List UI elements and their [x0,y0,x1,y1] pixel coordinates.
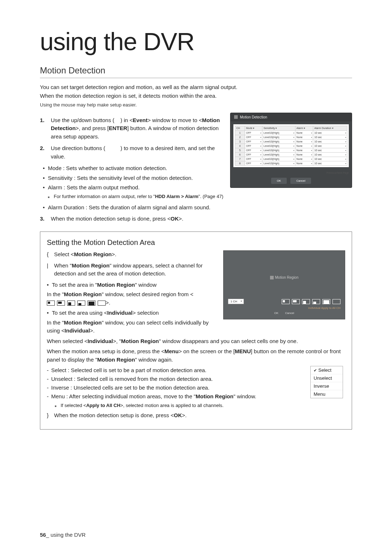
divider [40,78,352,78]
t: >, selected motion area is applied to al… [121,403,224,408]
t: " window [135,282,157,288]
cell-mode[interactable]: OFF [245,144,262,148]
t: >, " [113,338,121,344]
mr-hint[interactable]: Individual Apply to All CH [228,306,340,310]
cell-mode[interactable]: OFF [245,148,262,152]
t: " window. [233,393,256,399]
box-plain-individual-2: When selected <Individual>, "Motion Regi… [47,337,345,346]
t: If selected < [61,403,86,408]
cell-duration[interactable]: 10 sec [313,135,347,139]
page-number: 56 [40,532,46,538]
apply-all-kw: Apply to All CH [86,403,120,408]
cell-sensitivity[interactable]: Level10(High) [262,157,295,161]
cell-sensitivity[interactable]: Level10(High) [262,144,295,148]
t: > window to move to < [147,117,202,123]
col-sensitivity[interactable]: Sensitivity ▾ [262,126,295,130]
t: " window again. [135,356,173,363]
preset-icon [87,301,95,306]
cell-mode[interactable]: OFF [245,152,262,157]
step-3: 3. When the motion detection setup is do… [40,215,352,223]
cell-duration[interactable]: 10 sec [313,139,347,144]
apply-all-note: If selected <Apply to All CH>, selected … [47,402,345,409]
cell-sensitivity[interactable]: Level10(High) [262,148,295,152]
cell-duration[interactable]: 10 sec [313,157,347,161]
cell-duration[interactable]: 10 sec [313,130,347,135]
bullet-mode: Mode : Sets whether to activate motion d… [40,164,224,173]
ok-kw: OK [171,215,179,222]
box-plain-menu: When the motion area setup is done, pres… [47,347,345,364]
cell-mode[interactable]: OFF [245,157,262,161]
motion-region-kw: Motion Region [74,251,112,257]
mr-channel-select[interactable]: 1 CH [228,299,244,304]
t: >. [106,299,110,306]
mr-cancel-button[interactable]: Cancel [285,311,294,315]
cell-alarm[interactable]: None [295,152,313,157]
t: Select < [54,251,74,257]
cell-duration[interactable]: 10 sec [313,161,347,165]
t: > selection [132,310,159,316]
cell-duration[interactable]: 10 sec [313,144,347,148]
cell-sensitivity[interactable]: Level10(High) [262,161,295,165]
dash-menu: Menu : After selecting individual motion… [47,392,345,401]
dialog-titlebar: Motion Detection [230,113,352,121]
preset-icon [98,301,106,306]
col-alarm[interactable]: Alarm ▾ [295,126,313,130]
t: ". (Page 47) [199,194,224,199]
preset-icon [77,301,85,306]
ctx-inverse[interactable]: Inverse [311,382,343,390]
cell-alarm[interactable]: None [295,161,313,165]
col-mode[interactable]: Mode ▾ [245,126,262,130]
t: When selected < [47,338,87,344]
table-row: 7OFFLevel10(High)None10 sec [235,157,347,161]
cell-alarm[interactable]: None [295,144,313,148]
cell-alarm[interactable]: None [295,135,313,139]
intro-line: When the motion detection region is set,… [40,92,352,100]
t: For further information on alarm output,… [54,194,155,199]
dash-unselect: Unselect : Selected cell is removed from… [47,375,345,383]
t: Use direction buttons ( ) to move to a d… [51,145,215,160]
box-step-3: } When the motion detection setup is don… [47,411,345,420]
mark: { [47,250,49,259]
t: When the motion detection setup is done,… [51,215,171,222]
cell-ch: 6 [235,152,245,157]
col-ch[interactable]: CH [235,126,245,130]
cell-alarm[interactable]: None [295,139,313,144]
col-duration[interactable]: Alarm Duration ▾ [313,126,347,130]
cell-mode[interactable]: OFF [245,139,262,144]
pager[interactable]: Previous/Next Page [230,170,352,175]
cell-alarm[interactable]: None [295,157,313,161]
table-row: 6OFFLevel10(High)None10 sec [235,152,347,157]
cell-duration[interactable]: 10 sec [313,148,347,152]
cell-alarm[interactable]: None [295,148,313,152]
region-presets [47,301,106,306]
ok-button[interactable]: OK [271,178,287,184]
step-1: 1. Use the up/down buttons ( ) in <Event… [40,116,224,141]
menu-key-kw: MENU [235,348,251,354]
box-bullet-area: To set the area in "Motion Region" windo… [47,281,217,289]
cell-sensitivity[interactable]: Level10(High) [262,135,295,139]
ctx-unselect[interactable]: Unselect [311,374,343,382]
context-menu: ✔Select Unselect Inverse Menu [310,366,343,398]
cell-sensitivity[interactable]: Level10(High) [262,152,295,157]
mr-preset-icons[interactable] [282,299,340,304]
t: In the " [47,291,64,297]
cell-mode[interactable]: OFF [245,135,262,139]
cell-ch: 2 [235,135,245,139]
motion-region-kw: Motion Region [97,282,135,288]
mr-ok-button[interactable]: OK [274,311,279,315]
cell-sensitivity[interactable]: Level10(High) [262,139,295,144]
check-icon: ✔ [314,368,317,372]
t: >. [90,327,95,334]
cell-mode[interactable]: OFF [245,161,262,165]
ctx-select[interactable]: ✔Select [311,366,343,374]
cell-mode[interactable]: OFF [245,130,262,135]
t: When " [54,262,72,269]
box-bullet-individual: To set the area using <Individual> selec… [47,309,217,317]
t: Use the up/down buttons ( ) in < [51,117,133,123]
cell-alarm[interactable]: None [295,130,313,135]
motion-region-kw: Motion Region [97,356,135,363]
cell-sensitivity[interactable]: Level10(High) [262,130,295,135]
cell-duration[interactable]: 10 sec [313,152,347,157]
ctx-menu-item[interactable]: Menu [311,390,343,398]
cancel-button[interactable]: Cancel [290,178,311,184]
